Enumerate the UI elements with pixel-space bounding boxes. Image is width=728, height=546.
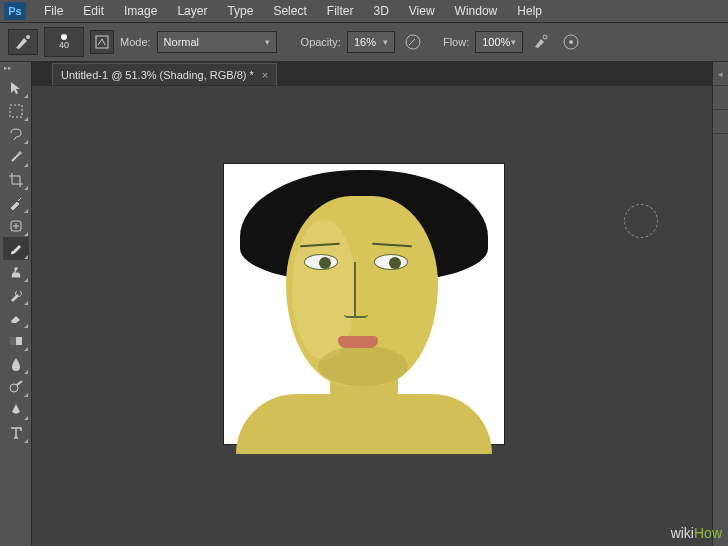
artwork-eye bbox=[374, 254, 408, 270]
artwork-eye bbox=[304, 254, 338, 270]
eyedropper-tool[interactable] bbox=[3, 191, 29, 214]
panel-stub[interactable] bbox=[713, 86, 728, 110]
type-tool[interactable] bbox=[3, 421, 29, 444]
brush-panel-icon bbox=[95, 35, 109, 49]
dodge-tool[interactable] bbox=[3, 375, 29, 398]
app-logo: Ps bbox=[4, 2, 26, 20]
menu-window[interactable]: Window bbox=[445, 4, 508, 18]
artwork-mouth bbox=[338, 336, 378, 348]
brush-preset-picker[interactable]: 40 bbox=[44, 27, 84, 57]
document-area: Untitled-1 @ 51.3% (Shading, RGB/8) * × bbox=[32, 62, 712, 546]
watermark-wiki: wiki bbox=[671, 525, 694, 541]
menu-type[interactable]: Type bbox=[217, 4, 263, 18]
artwork-nose bbox=[344, 314, 368, 318]
brush-cursor-icon bbox=[624, 204, 658, 238]
artwork-nose bbox=[354, 262, 356, 316]
flow-value: 100% bbox=[482, 36, 510, 48]
collapse-handle[interactable]: ▸▸ bbox=[0, 62, 31, 74]
menu-3d[interactable]: 3D bbox=[363, 4, 398, 18]
airbrush-toggle[interactable] bbox=[529, 30, 553, 54]
menu-edit[interactable]: Edit bbox=[73, 4, 114, 18]
move-tool[interactable] bbox=[3, 76, 29, 99]
blur-tool[interactable] bbox=[3, 352, 29, 375]
target-icon bbox=[562, 33, 580, 51]
tools-panel: ▸▸ bbox=[0, 62, 32, 546]
watermark-how: How bbox=[694, 525, 722, 541]
menu-layer[interactable]: Layer bbox=[167, 4, 217, 18]
brush-panel-toggle[interactable] bbox=[90, 30, 114, 54]
options-bar: 40 Mode: Normal ▾ Opacity: 16% ▾ Flow: 1… bbox=[0, 22, 728, 62]
svg-point-3 bbox=[543, 35, 547, 39]
eraser-tool[interactable] bbox=[3, 306, 29, 329]
svg-point-5 bbox=[569, 40, 573, 44]
history-brush-tool[interactable] bbox=[3, 283, 29, 306]
menu-view[interactable]: View bbox=[399, 4, 445, 18]
right-panel-dock: ◂ bbox=[712, 62, 728, 546]
blend-mode-dropdown[interactable]: Normal ▾ bbox=[157, 31, 277, 53]
clone-stamp-tool[interactable] bbox=[3, 260, 29, 283]
menu-bar: Ps File Edit Image Layer Type Select Fil… bbox=[0, 0, 728, 22]
flow-dropdown[interactable]: 100% ▾ bbox=[475, 31, 523, 53]
gradient-tool[interactable] bbox=[3, 329, 29, 352]
chevron-down-icon: ▾ bbox=[383, 37, 388, 47]
lasso-tool[interactable] bbox=[3, 122, 29, 145]
canvas[interactable] bbox=[224, 164, 504, 444]
opacity-label: Opacity: bbox=[301, 36, 341, 48]
opacity-value: 16% bbox=[354, 36, 376, 48]
airbrush-icon bbox=[532, 33, 550, 51]
opacity-dropdown[interactable]: 16% ▾ bbox=[347, 31, 395, 53]
pen-tool[interactable] bbox=[3, 398, 29, 421]
menu-image[interactable]: Image bbox=[114, 4, 167, 18]
svg-point-2 bbox=[406, 35, 420, 49]
chevron-down-icon: ▾ bbox=[265, 37, 270, 47]
crop-tool[interactable] bbox=[3, 168, 29, 191]
healing-brush-tool[interactable] bbox=[3, 214, 29, 237]
close-icon[interactable]: × bbox=[262, 69, 268, 81]
chevron-down-icon: ▾ bbox=[511, 37, 516, 47]
flow-label: Flow: bbox=[443, 36, 469, 48]
size-pressure-toggle[interactable] bbox=[559, 30, 583, 54]
brush-size-value: 40 bbox=[59, 40, 69, 50]
svg-point-10 bbox=[10, 384, 18, 392]
blend-mode-value: Normal bbox=[164, 36, 199, 48]
svg-rect-9 bbox=[10, 337, 16, 345]
watermark: wikiHow bbox=[671, 525, 722, 542]
opacity-pressure-toggle[interactable] bbox=[401, 30, 425, 54]
mode-label: Mode: bbox=[120, 36, 151, 48]
pressure-pen-icon bbox=[404, 33, 422, 51]
panel-stub[interactable]: ◂ bbox=[713, 62, 728, 86]
svg-rect-6 bbox=[10, 105, 22, 117]
brush-icon bbox=[14, 34, 32, 50]
artwork-chin-shade bbox=[318, 346, 408, 386]
menu-select[interactable]: Select bbox=[263, 4, 316, 18]
menu-help[interactable]: Help bbox=[507, 4, 552, 18]
brush-tool[interactable] bbox=[3, 237, 29, 260]
magic-wand-tool[interactable] bbox=[3, 145, 29, 168]
document-tab-label: Untitled-1 @ 51.3% (Shading, RGB/8) * bbox=[61, 69, 254, 81]
canvas-viewport[interactable] bbox=[32, 86, 712, 546]
tool-preset-picker[interactable] bbox=[8, 29, 38, 55]
menu-filter[interactable]: Filter bbox=[317, 4, 364, 18]
svg-point-0 bbox=[26, 35, 30, 39]
document-tab[interactable]: Untitled-1 @ 51.3% (Shading, RGB/8) * × bbox=[52, 63, 277, 85]
svg-rect-1 bbox=[96, 36, 108, 48]
document-tab-bar: Untitled-1 @ 51.3% (Shading, RGB/8) * × bbox=[32, 62, 712, 86]
marquee-tool[interactable] bbox=[3, 99, 29, 122]
menu-file[interactable]: File bbox=[34, 4, 73, 18]
panel-stub[interactable] bbox=[713, 110, 728, 134]
